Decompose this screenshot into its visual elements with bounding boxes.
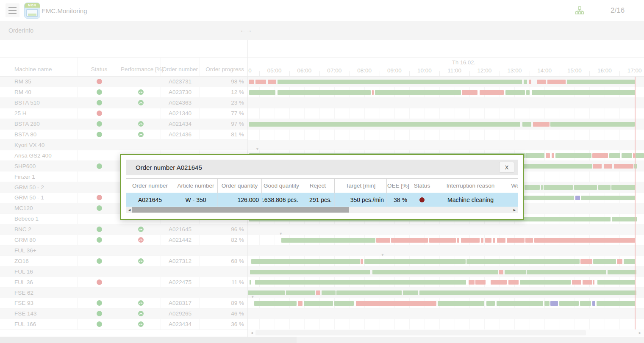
- dialog-col-header: Order number: [126, 179, 174, 193]
- dialog-cell-order-quantity: 126.000: [218, 193, 262, 207]
- order-details-data-row[interactable]: A021645W - 350126.0002.638.806 pcs.291 p…: [126, 193, 518, 207]
- dialog-title: Order number A021645: [136, 164, 202, 171]
- scroll-right-icon[interactable]: ►: [513, 208, 516, 212]
- dialog-col-header: Reject: [301, 179, 335, 193]
- dialog-col-header: We: [507, 179, 518, 193]
- dialog-cell-we: [507, 193, 518, 207]
- dialog-horizontal-scrollbar[interactable]: ◄ ►: [126, 207, 518, 213]
- dialog-col-header: Interruption reason: [434, 179, 507, 193]
- dialog-col-header: Article number: [174, 179, 218, 193]
- order-details-header-row: Order numberArticle numberOrder quantity…: [126, 179, 518, 193]
- dialog-cell-order-number: A021645: [126, 193, 174, 207]
- dialog-col-header: Status: [410, 179, 434, 193]
- dialog-title-bar: Order number A021645 X: [126, 160, 518, 175]
- dialog-cell-oee-: 38 %: [387, 193, 410, 207]
- order-details-dialog: Order number A021645 X Order numberArtic…: [120, 154, 524, 220]
- emc-monitoring-window: MON EMC.Monitoring 2/16 OrderInfo ←→: [0, 0, 644, 343]
- dialog-cell-good-quantity: 2.638.806 pcs.: [262, 193, 301, 207]
- dialog-cell-status: [410, 193, 434, 207]
- dialog-col-header: OEE [%]: [387, 179, 410, 193]
- dialog-cell-reject: 291 pcs.: [301, 193, 335, 207]
- order-details-table: Order numberArticle numberOrder quantity…: [126, 178, 518, 207]
- dialog-cell-article-number: W - 350: [174, 193, 218, 207]
- scroll-left-icon[interactable]: ◄: [128, 208, 131, 212]
- dialog-cell-interruption-reason: Machine cleaning: [434, 193, 507, 207]
- dialog-col-header: Target [min]: [335, 179, 387, 193]
- interruption-status-dot: [419, 197, 425, 202]
- dialog-cell-target-min-: 350 pcs./min: [335, 193, 387, 207]
- dialog-col-header: Good quantity: [262, 179, 301, 193]
- dialog-col-header: Order quantity: [218, 179, 262, 193]
- scrollbar-thumb[interactable]: [132, 207, 349, 213]
- dialog-close-button[interactable]: X: [499, 162, 514, 173]
